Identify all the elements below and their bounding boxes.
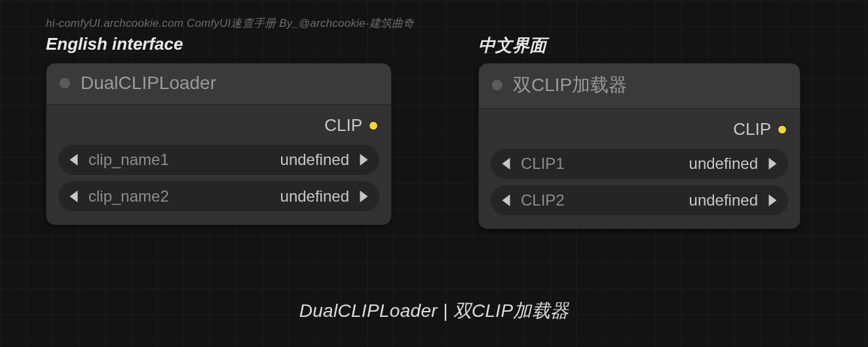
svg-marker-1 — [360, 154, 368, 166]
widget-label: clip_name2 — [88, 187, 169, 206]
svg-marker-5 — [769, 158, 777, 170]
widget-clip-name1[interactable]: clip_name1 undefined — [58, 145, 379, 175]
node-title: 双CLIP加载器 — [513, 73, 627, 98]
svg-marker-4 — [502, 158, 510, 170]
caption-text: DualCLIPLoader | 双CLIP加载器 — [0, 299, 868, 323]
output-label: CLIP — [733, 119, 771, 139]
node-dualcliploader-zh[interactable]: 双CLIP加载器 CLIP CLIP1 undefined CLIP2 unde… — [478, 63, 801, 229]
output-port-icon[interactable] — [778, 125, 787, 134]
node-header[interactable]: DualCLIPLoader — [47, 64, 391, 105]
node-dualcliploader-en[interactable]: DualCLIPLoader CLIP clip_name1 undefined… — [46, 63, 392, 225]
widget-clip1[interactable]: CLIP1 undefined — [491, 149, 788, 179]
widget-value: undefined — [169, 151, 349, 169]
collapse-dot-icon[interactable] — [492, 80, 502, 90]
svg-marker-3 — [360, 191, 368, 202]
chevron-right-icon[interactable] — [762, 194, 782, 206]
node-header[interactable]: 双CLIP加载器 — [479, 64, 800, 109]
widget-label: CLIP2 — [521, 191, 565, 210]
output-port-icon[interactable] — [369, 121, 378, 130]
watermark-text: hi-comfyUI.archcookie.com ComfyUI速查手册 By… — [46, 16, 414, 31]
chevron-left-icon[interactable] — [65, 154, 85, 166]
output-row: CLIP — [58, 111, 379, 145]
collapse-dot-icon[interactable] — [60, 78, 70, 88]
widget-label: clip_name1 — [88, 151, 169, 169]
node-body: CLIP clip_name1 undefined clip_name2 und… — [47, 105, 391, 225]
output-row: CLIP — [491, 115, 788, 149]
chevron-left-icon[interactable] — [497, 158, 517, 170]
chevron-left-icon[interactable] — [65, 191, 85, 202]
output-label: CLIP — [324, 115, 362, 136]
chinese-interface-label: 中文界面 — [478, 34, 546, 57]
widget-clip-name2[interactable]: clip_name2 undefined — [58, 181, 379, 211]
widget-label: CLIP1 — [521, 155, 565, 173]
chevron-right-icon[interactable] — [762, 158, 782, 170]
node-body: CLIP CLIP1 undefined CLIP2 undefined — [479, 109, 800, 228]
widget-value: undefined — [565, 191, 758, 210]
chevron-right-icon[interactable] — [353, 191, 373, 202]
chevron-left-icon[interactable] — [497, 194, 517, 206]
svg-marker-0 — [70, 154, 78, 166]
chevron-right-icon[interactable] — [353, 154, 373, 166]
widget-value: undefined — [169, 187, 349, 206]
widget-clip2[interactable]: CLIP2 undefined — [491, 185, 788, 215]
node-title: DualCLIPLoader — [81, 73, 216, 94]
svg-marker-7 — [769, 194, 777, 206]
widget-value: undefined — [565, 155, 758, 173]
english-interface-label: English interface — [46, 34, 183, 54]
svg-marker-6 — [502, 194, 510, 206]
svg-marker-2 — [70, 191, 78, 202]
